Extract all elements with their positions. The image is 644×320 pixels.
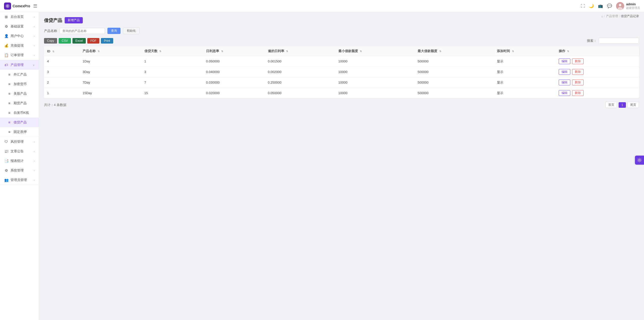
- sidebar-item-recharge[interactable]: 💰 充值提现 ‹: [0, 41, 39, 50]
- loan-product-icon: ≡: [7, 120, 12, 124]
- sidebar-item-order[interactable]: 📋 订单管理 ‹: [0, 50, 39, 60]
- col-header-min-amount[interactable]: 最小借款额度 ⇅: [335, 46, 415, 56]
- col-header-overdue-rate[interactable]: 逾的日利率 ⇅: [265, 46, 335, 56]
- toolbar-export-buttons: Copy CSV Excel PDF Print: [44, 38, 113, 44]
- csv-button[interactable]: CSV: [59, 38, 71, 44]
- new-product-button[interactable]: 新增产品: [65, 17, 83, 23]
- header-left: C ComexPro ☰: [4, 3, 37, 10]
- col-header-daily-rate[interactable]: 日利息率 ⇅: [203, 46, 265, 56]
- cell-daily-rate: 0.020000: [203, 88, 265, 98]
- dark-mode-icon[interactable]: 🌙: [589, 4, 594, 8]
- sidebar-section-products: 🏷 产品管理 ∨ ≡ 外汇产品 ≡ 加密货币 ≡: [0, 60, 39, 137]
- breadcrumb-product-management[interactable]: 产品管理: [606, 14, 618, 18]
- fullscreen-icon[interactable]: ⛶: [581, 4, 585, 8]
- message-icon[interactable]: 💬: [607, 4, 612, 8]
- recharge-icon: 💰: [4, 44, 9, 48]
- delete-button[interactable]: 删除: [572, 90, 584, 96]
- sidebar-item-crypto-kline[interactable]: ≡ 自发币K线: [0, 108, 39, 118]
- sidebar-item-fixed-mortgage[interactable]: ≡ 固定质押: [0, 127, 39, 137]
- pagination: 首页 1 尾页: [606, 102, 639, 108]
- header-right: ⛶ 🌙 📺 💬 admin 超级管理员: [581, 2, 640, 10]
- sidebar-label-us-stock: 美股产品: [14, 91, 27, 96]
- cell-min-amount: 10000: [335, 88, 415, 98]
- sort-icon-add-time: ⇅: [512, 50, 514, 53]
- pdf-button[interactable]: PDF: [87, 38, 99, 44]
- sidebar-label-system: 系统管理: [11, 168, 24, 173]
- delete-button[interactable]: 删除: [572, 80, 584, 85]
- cell-operation: 编辑 删除: [556, 88, 639, 98]
- logo-text: ComexPro: [13, 4, 30, 8]
- edit-button[interactable]: 编辑: [559, 80, 570, 85]
- sidebar-item-futures[interactable]: ≡ 期货产品: [0, 98, 39, 108]
- sidebar-item-basic-settings[interactable]: ⚙ 基础设置 ‹: [0, 22, 39, 31]
- query-button[interactable]: 查询: [107, 28, 120, 34]
- col-header-product-name[interactable]: 产品名称 ⇅: [79, 46, 141, 56]
- sidebar-label-risk: 风控管理: [11, 139, 24, 144]
- sidebar-item-reports[interactable]: 📑 报表统计 ‹: [0, 156, 39, 166]
- cell-product-name: 15Day: [79, 88, 141, 98]
- col-header-add-time[interactable]: 添加时间 ⇅: [494, 46, 556, 56]
- sidebar-label-loan-product: 借贷产品: [14, 120, 27, 125]
- table-row: 4 1Day 1 0.050000 0.001500 10000 500000 …: [44, 56, 639, 67]
- reset-button[interactable]: 初始化: [123, 27, 140, 34]
- table-header: ID ⇅ 产品名称 ⇅ 借贷天数 ⇅ 日利息率 ⇅: [44, 46, 639, 56]
- screen-icon[interactable]: 📺: [598, 4, 603, 8]
- cell-id: 4: [44, 56, 79, 67]
- sidebar-label-forex: 外汇产品: [14, 72, 27, 77]
- sidebar-item-article[interactable]: 📰 文章公告 ‹: [0, 147, 39, 156]
- edit-button[interactable]: 编辑: [559, 69, 570, 75]
- logo-icon: C: [4, 3, 11, 10]
- sidebar: ⊞ 后台首页 ‹ ⚙ 基础设置 ‹ 👤 用户中心 ‹: [0, 12, 39, 320]
- first-page-button[interactable]: 首页: [606, 102, 617, 108]
- excel-button[interactable]: Excel: [72, 38, 86, 44]
- user-info: admin 超级管理员: [626, 2, 640, 10]
- cell-max-amount: 500000: [415, 88, 494, 98]
- user-area[interactable]: admin 超级管理员: [616, 2, 640, 10]
- sidebar-item-admin[interactable]: 👥 管理员管理 ‹: [0, 175, 39, 185]
- settings-fab[interactable]: [635, 156, 644, 165]
- sidebar-item-system[interactable]: ⚙ 系统管理 ‹: [0, 166, 39, 175]
- page-1-button[interactable]: 1: [619, 102, 626, 108]
- user-role: 超级管理员: [626, 6, 640, 10]
- edit-button[interactable]: 编辑: [559, 58, 570, 64]
- edit-button[interactable]: 编辑: [559, 90, 570, 96]
- menu-toggle-icon[interactable]: ☰: [33, 3, 37, 9]
- print-button[interactable]: Print: [101, 38, 113, 44]
- sidebar-item-product-management[interactable]: 🏷 产品管理 ∨: [0, 60, 39, 70]
- product-management-icon: 🏷: [4, 63, 9, 67]
- col-header-operation[interactable]: 操作 ⇅: [556, 46, 639, 56]
- delete-button[interactable]: 删除: [572, 69, 584, 75]
- sidebar-item-crypto[interactable]: ≡ 加密货币: [0, 79, 39, 89]
- sidebar-item-user-center[interactable]: 👤 用户中心 ‹: [0, 31, 39, 41]
- last-page-button[interactable]: 尾页: [627, 102, 639, 108]
- cell-max-amount: 500000: [415, 67, 494, 77]
- futures-icon: ≡: [7, 101, 12, 105]
- col-header-loan-days[interactable]: 借贷天数 ⇅: [141, 46, 203, 56]
- delete-button[interactable]: 删除: [572, 58, 584, 64]
- sidebar-item-forex[interactable]: ≡ 外汇产品: [0, 70, 39, 79]
- cell-id: 1: [44, 88, 79, 98]
- sidebar-label-order: 订单管理: [11, 53, 24, 57]
- col-header-max-amount[interactable]: 最大借款额度 ⇅: [415, 46, 494, 56]
- sidebar-label-basic-settings: 基础设置: [11, 24, 24, 29]
- cell-min-amount: 10000: [335, 77, 415, 88]
- sidebar-item-us-stock[interactable]: ≡ 美股产品: [0, 89, 39, 98]
- cell-product-name: 3Day: [79, 67, 141, 77]
- breadcrumb-home-icon[interactable]: ⌂: [601, 15, 603, 18]
- sidebar-item-loan-product[interactable]: ≡ 借贷产品: [0, 118, 39, 127]
- cell-loan-days: 7: [141, 77, 203, 88]
- copy-button[interactable]: Copy: [44, 38, 57, 44]
- cell-id: 2: [44, 77, 79, 88]
- filter-input[interactable]: [60, 28, 105, 34]
- cell-overdue-rate: 0.001500: [265, 56, 335, 67]
- search-input[interactable]: [599, 38, 639, 44]
- cell-overdue-rate: 0.002000: [265, 67, 335, 77]
- data-table: ID ⇅ 产品名称 ⇅ 借贷天数 ⇅ 日利息率 ⇅: [44, 46, 639, 98]
- sidebar-item-risk-management[interactable]: 🛡 风控管理 ‹: [0, 137, 39, 147]
- toolbar: Copy CSV Excel PDF Print 搜索：: [44, 38, 639, 44]
- crypto-kline-icon: ≡: [7, 111, 12, 115]
- sidebar-item-dashboard[interactable]: ⊞ 后台首页 ‹: [0, 12, 39, 22]
- col-header-id[interactable]: ID ⇅: [44, 46, 79, 56]
- sidebar-label-crypto-kline: 自发币K线: [14, 111, 29, 115]
- sort-icon-overdue-rate: ⇅: [286, 50, 288, 53]
